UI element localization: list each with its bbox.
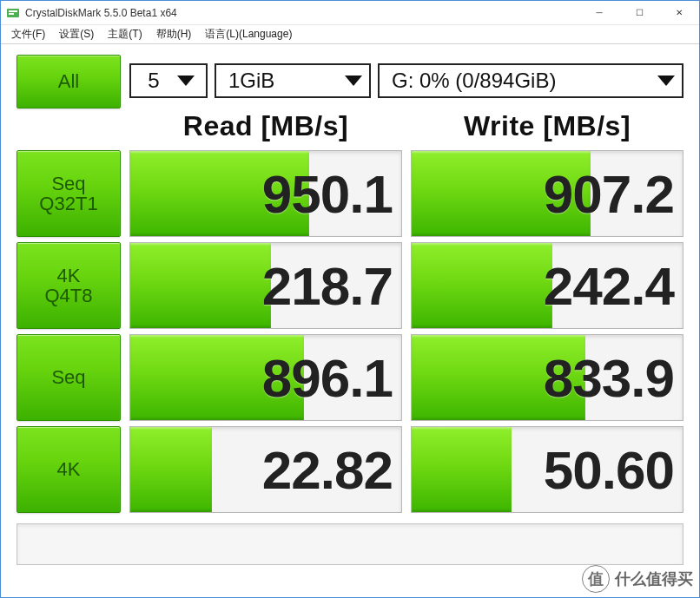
seq-read-value: 896.1 [262, 347, 393, 409]
4k-write-box: 50.60 [411, 426, 683, 513]
4k-read-box: 22.82 [129, 426, 402, 513]
test-row-4k: 4K 22.82 50.60 [17, 426, 683, 513]
seq-write-value: 833.9 [544, 347, 674, 409]
test-row-seq-q32t1: Seq Q32T1 950.1 907.2 [17, 150, 683, 237]
selects-row: 5 1GiB G: 0% (0/894GiB) [129, 55, 683, 100]
menu-file[interactable]: 文件(F) [4, 25, 52, 43]
result-bar [130, 243, 271, 328]
menu-language[interactable]: 语言(L)(Language) [198, 25, 299, 43]
status-footer [17, 523, 683, 565]
test-size-value: 1GiB [228, 69, 274, 93]
read-header: Read [MB/s] [129, 110, 402, 142]
4k-button[interactable]: 4K [17, 426, 121, 513]
all-button[interactable]: All [17, 55, 121, 108]
titlebar: CrystalDiskMark 5.5.0 Beta1 x64 ─ ☐ ✕ [1, 1, 699, 25]
window-controls: ─ ☐ ✕ [579, 1, 699, 25]
test-size-select[interactable]: 1GiB [215, 63, 371, 98]
app-window: CrystalDiskMark 5.5.0 Beta1 x64 ─ ☐ ✕ 文件… [0, 0, 700, 598]
menubar: 文件(F) 设置(S) 主题(T) 帮助(H) 语言(L)(Language) [1, 25, 699, 44]
drive-select[interactable]: G: 0% (0/894GiB) [378, 63, 683, 98]
4k-q4t8-write-value: 242.4 [544, 255, 674, 317]
test-label-line1: 4K [57, 459, 81, 479]
4k-read-value: 22.82 [262, 439, 393, 501]
test-count-select[interactable]: 5 [129, 63, 208, 98]
test-label-line1: 4K [57, 266, 81, 286]
seq-q32t1-button[interactable]: Seq Q32T1 [17, 150, 121, 237]
write-header: Write [MB/s] [411, 110, 683, 142]
test-label-line2: Q32T1 [39, 194, 97, 214]
svg-rect-2 [9, 13, 14, 15]
4k-q4t8-button[interactable]: 4K Q4T8 [17, 242, 121, 329]
test-count-value: 5 [148, 69, 159, 93]
maximize-button[interactable]: ☐ [619, 1, 659, 25]
test-label-line1: Seq [51, 367, 85, 387]
menu-settings[interactable]: 设置(S) [52, 25, 101, 43]
result-bar [130, 427, 212, 512]
chevron-down-icon [657, 76, 675, 86]
app-icon [6, 6, 20, 20]
result-bar [412, 427, 512, 512]
seq-q32t1-read-box: 950.1 [129, 150, 402, 237]
chevron-down-icon [177, 76, 195, 86]
controls-row: All 5 1GiB G: 0% (0/894GiB) [17, 55, 683, 100]
menu-help[interactable]: 帮助(H) [149, 25, 199, 43]
test-row-seq: Seq 896.1 833.9 [17, 334, 683, 421]
seq-q32t1-read-value: 950.1 [262, 163, 393, 225]
all-button-label: All [58, 71, 79, 91]
menu-theme[interactable]: 主题(T) [101, 25, 149, 43]
seq-button[interactable]: Seq [17, 334, 121, 421]
column-headers: Read [MB/s] Write [MB/s] [17, 107, 683, 145]
result-bar [412, 243, 552, 328]
content-area: All 5 1GiB G: 0% (0/894GiB) Read [MB/s [1, 44, 699, 597]
chevron-down-icon [345, 76, 362, 86]
seq-read-box: 896.1 [129, 334, 402, 421]
svg-rect-1 [9, 10, 17, 12]
4k-q4t8-write-box: 242.4 [411, 242, 683, 329]
close-button[interactable]: ✕ [659, 1, 699, 25]
seq-q32t1-write-value: 907.2 [544, 163, 674, 225]
drive-value: G: 0% (0/894GiB) [392, 69, 556, 93]
minimize-button[interactable]: ─ [579, 1, 619, 25]
test-label-line1: Seq [51, 174, 85, 194]
4k-q4t8-read-box: 218.7 [129, 242, 402, 329]
test-row-4k-q4t8: 4K Q4T8 218.7 242.4 [17, 242, 683, 329]
window-title: CrystalDiskMark 5.5.0 Beta1 x64 [25, 7, 579, 19]
seq-q32t1-write-box: 907.2 [411, 150, 683, 237]
4k-q4t8-read-value: 218.7 [262, 255, 393, 317]
seq-write-box: 833.9 [411, 334, 683, 421]
test-label-line2: Q4T8 [44, 286, 92, 306]
4k-write-value: 50.60 [544, 439, 674, 501]
